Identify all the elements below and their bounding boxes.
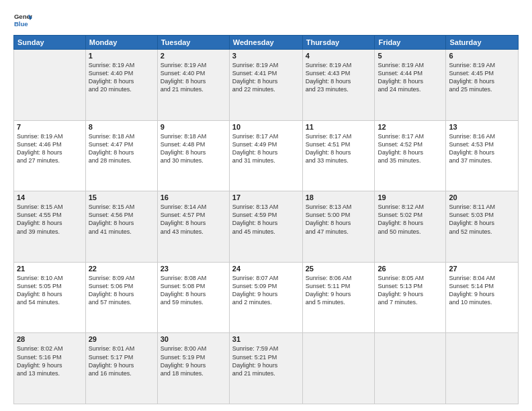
day-number: 13 <box>449 123 515 131</box>
day-info: Sunrise: 8:02 AM Sunset: 5:16 PM Dayligh… <box>17 345 83 377</box>
day-info: Sunrise: 8:19 AM Sunset: 4:44 PM Dayligh… <box>378 61 443 94</box>
weekday-header-wednesday: Wednesday <box>229 36 302 50</box>
day-info: Sunrise: 8:05 AM Sunset: 5:13 PM Dayligh… <box>378 274 443 307</box>
day-number: 27 <box>449 265 515 273</box>
day-info: Sunrise: 8:13 AM Sunset: 4:59 PM Dayligh… <box>232 203 300 236</box>
day-number: 16 <box>161 193 226 201</box>
day-number: 17 <box>232 193 300 201</box>
day-info: Sunrise: 8:01 AM Sunset: 5:17 PM Dayligh… <box>89 345 154 377</box>
day-number: 19 <box>378 193 443 201</box>
page-header: General Blue <box>13 11 519 30</box>
calendar-cell <box>375 333 446 404</box>
day-info: Sunrise: 8:19 AM Sunset: 4:46 PM Dayligh… <box>17 132 83 165</box>
day-info: Sunrise: 8:17 AM Sunset: 4:49 PM Dayligh… <box>232 132 300 165</box>
calendar-week-row-0: 1Sunrise: 8:19 AM Sunset: 4:40 PM Daylig… <box>14 50 519 121</box>
calendar-cell: 2Sunrise: 8:19 AM Sunset: 4:40 PM Daylig… <box>157 50 229 121</box>
day-info: Sunrise: 8:18 AM Sunset: 4:48 PM Dayligh… <box>161 132 226 165</box>
day-info: Sunrise: 8:08 AM Sunset: 5:08 PM Dayligh… <box>161 274 226 307</box>
day-number: 12 <box>378 123 443 131</box>
day-number: 9 <box>161 123 226 131</box>
calendar-cell: 26Sunrise: 8:05 AM Sunset: 5:13 PM Dayli… <box>375 262 446 333</box>
day-info: Sunrise: 8:07 AM Sunset: 5:09 PM Dayligh… <box>232 274 300 307</box>
day-number: 29 <box>89 335 154 343</box>
day-info: Sunrise: 8:12 AM Sunset: 5:02 PM Dayligh… <box>378 203 443 236</box>
day-number: 11 <box>306 123 372 131</box>
day-number: 20 <box>449 193 515 201</box>
calendar-cell: 20Sunrise: 8:11 AM Sunset: 5:03 PM Dayli… <box>446 191 519 263</box>
calendar-cell: 29Sunrise: 8:01 AM Sunset: 5:17 PM Dayli… <box>85 333 157 404</box>
day-number: 2 <box>161 52 226 60</box>
day-number: 8 <box>89 123 154 131</box>
calendar-cell: 17Sunrise: 8:13 AM Sunset: 4:59 PM Dayli… <box>229 191 302 263</box>
day-info: Sunrise: 7:59 AM Sunset: 5:21 PM Dayligh… <box>232 345 300 377</box>
calendar-cell: 31Sunrise: 7:59 AM Sunset: 5:21 PM Dayli… <box>229 333 302 404</box>
calendar-cell: 28Sunrise: 8:02 AM Sunset: 5:16 PM Dayli… <box>14 333 86 404</box>
calendar-cell: 21Sunrise: 8:10 AM Sunset: 5:05 PM Dayli… <box>14 262 86 333</box>
calendar-cell: 25Sunrise: 8:06 AM Sunset: 5:11 PM Dayli… <box>302 262 375 333</box>
calendar-cell: 12Sunrise: 8:17 AM Sunset: 4:52 PM Dayli… <box>375 120 446 191</box>
day-number: 4 <box>306 52 372 60</box>
weekday-header-sunday: Sunday <box>14 36 86 50</box>
calendar-cell: 24Sunrise: 8:07 AM Sunset: 5:09 PM Dayli… <box>229 262 302 333</box>
day-info: Sunrise: 8:09 AM Sunset: 5:06 PM Dayligh… <box>89 274 154 307</box>
day-number: 5 <box>378 52 443 60</box>
calendar-cell: 3Sunrise: 8:19 AM Sunset: 4:41 PM Daylig… <box>229 50 302 121</box>
day-number: 26 <box>378 265 443 273</box>
day-number: 22 <box>89 265 154 273</box>
calendar-cell: 14Sunrise: 8:15 AM Sunset: 4:55 PM Dayli… <box>14 191 86 263</box>
calendar-cell: 9Sunrise: 8:18 AM Sunset: 4:48 PM Daylig… <box>157 120 229 191</box>
day-info: Sunrise: 8:18 AM Sunset: 4:47 PM Dayligh… <box>89 132 154 165</box>
day-info: Sunrise: 8:16 AM Sunset: 4:53 PM Dayligh… <box>449 132 515 165</box>
logo-icon: General Blue <box>13 11 32 30</box>
weekday-header-saturday: Saturday <box>446 36 519 50</box>
day-number: 25 <box>306 265 372 273</box>
svg-text:Blue: Blue <box>14 20 28 28</box>
calendar-cell: 4Sunrise: 8:19 AM Sunset: 4:43 PM Daylig… <box>302 50 375 121</box>
calendar-week-row-1: 7Sunrise: 8:19 AM Sunset: 4:46 PM Daylig… <box>14 120 519 191</box>
calendar-cell <box>14 50 86 121</box>
calendar-cell: 22Sunrise: 8:09 AM Sunset: 5:06 PM Dayli… <box>85 262 157 333</box>
day-info: Sunrise: 8:14 AM Sunset: 4:57 PM Dayligh… <box>161 203 226 236</box>
calendar-week-row-2: 14Sunrise: 8:15 AM Sunset: 4:55 PM Dayli… <box>14 191 519 263</box>
day-info: Sunrise: 8:06 AM Sunset: 5:11 PM Dayligh… <box>306 274 372 307</box>
day-info: Sunrise: 8:19 AM Sunset: 4:40 PM Dayligh… <box>89 61 154 94</box>
day-info: Sunrise: 8:15 AM Sunset: 4:56 PM Dayligh… <box>89 203 154 236</box>
day-info: Sunrise: 8:19 AM Sunset: 4:40 PM Dayligh… <box>161 61 226 94</box>
day-number: 7 <box>17 123 83 131</box>
calendar-cell: 6Sunrise: 8:19 AM Sunset: 4:45 PM Daylig… <box>446 50 519 121</box>
calendar-cell <box>446 333 519 404</box>
day-number: 24 <box>232 265 300 273</box>
day-number: 14 <box>17 193 83 201</box>
calendar-cell: 13Sunrise: 8:16 AM Sunset: 4:53 PM Dayli… <box>446 120 519 191</box>
day-info: Sunrise: 8:17 AM Sunset: 4:51 PM Dayligh… <box>306 132 372 165</box>
calendar-cell: 15Sunrise: 8:15 AM Sunset: 4:56 PM Dayli… <box>85 191 157 263</box>
calendar-cell: 30Sunrise: 8:00 AM Sunset: 5:19 PM Dayli… <box>157 333 229 404</box>
day-info: Sunrise: 8:19 AM Sunset: 4:45 PM Dayligh… <box>449 61 515 94</box>
calendar-cell: 1Sunrise: 8:19 AM Sunset: 4:40 PM Daylig… <box>85 50 157 121</box>
day-info: Sunrise: 8:13 AM Sunset: 5:00 PM Dayligh… <box>306 203 372 236</box>
calendar-cell: 27Sunrise: 8:04 AM Sunset: 5:14 PM Dayli… <box>446 262 519 333</box>
day-number: 15 <box>89 193 154 201</box>
logo: General Blue <box>13 11 34 30</box>
day-info: Sunrise: 8:19 AM Sunset: 4:41 PM Dayligh… <box>232 61 300 94</box>
day-info: Sunrise: 8:00 AM Sunset: 5:19 PM Dayligh… <box>161 345 226 377</box>
day-number: 21 <box>17 265 83 273</box>
day-number: 23 <box>161 265 226 273</box>
day-info: Sunrise: 8:15 AM Sunset: 4:55 PM Dayligh… <box>17 203 83 236</box>
day-info: Sunrise: 8:19 AM Sunset: 4:43 PM Dayligh… <box>306 61 372 94</box>
day-number: 18 <box>306 193 372 201</box>
calendar-table: SundayMondayTuesdayWednesdayThursdayFrid… <box>13 35 519 404</box>
day-number: 30 <box>161 335 226 343</box>
day-number: 1 <box>89 52 154 60</box>
day-info: Sunrise: 8:17 AM Sunset: 4:52 PM Dayligh… <box>378 132 443 165</box>
day-info: Sunrise: 8:04 AM Sunset: 5:14 PM Dayligh… <box>449 274 515 307</box>
weekday-header-row: SundayMondayTuesdayWednesdayThursdayFrid… <box>14 36 519 50</box>
day-number: 28 <box>17 335 83 343</box>
calendar-cell: 19Sunrise: 8:12 AM Sunset: 5:02 PM Dayli… <box>375 191 446 263</box>
weekday-header-thursday: Thursday <box>302 36 375 50</box>
calendar-cell: 5Sunrise: 8:19 AM Sunset: 4:44 PM Daylig… <box>375 50 446 121</box>
weekday-header-monday: Monday <box>85 36 157 50</box>
calendar-cell: 23Sunrise: 8:08 AM Sunset: 5:08 PM Dayli… <box>157 262 229 333</box>
calendar-cell: 16Sunrise: 8:14 AM Sunset: 4:57 PM Dayli… <box>157 191 229 263</box>
day-info: Sunrise: 8:10 AM Sunset: 5:05 PM Dayligh… <box>17 274 83 307</box>
